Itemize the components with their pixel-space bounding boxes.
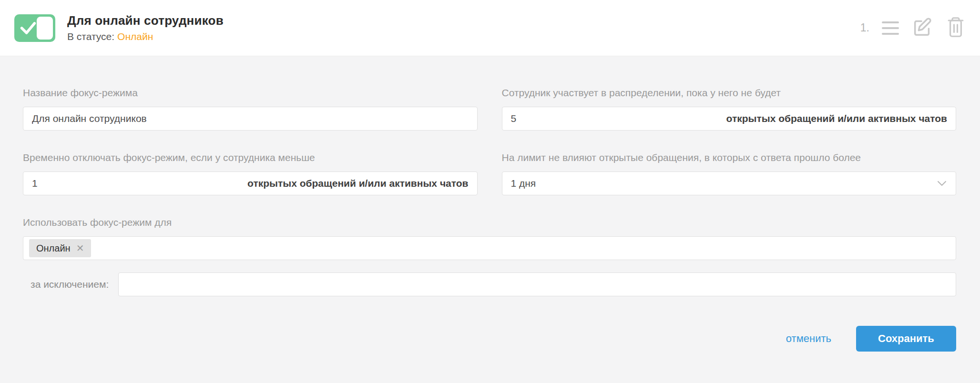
form-footer: отменить Сохранить [23,326,956,352]
save-button[interactable]: Сохранить [856,326,956,352]
disable-input[interactable] [32,178,89,189]
tag-remove-icon[interactable]: ✕ [76,243,84,253]
disable-input-wrapper: открытых обращений и/или активных чатов [23,171,478,195]
cancel-button[interactable]: отменить [786,333,831,345]
limit-input[interactable] [511,113,568,124]
status-line: В статусе:Онлайн [67,31,224,42]
limit-suffix: открытых обращений и/или активных чатов [726,113,947,124]
edit-icon [911,16,933,40]
menu-button[interactable] [882,21,899,35]
page-title: Для онлайн сотрудников [67,13,224,28]
name-field-group: Название фокус-режима [23,87,478,131]
apply-tag-input[interactable]: Онлайн ✕ [23,236,956,260]
tag-online: Онлайн ✕ [29,239,91,257]
toggle-knob [37,17,53,40]
exclude-field-group: за исключением: [23,272,956,296]
limit-field-label: Сотрудник участвует в распределении, пок… [502,87,957,99]
chevron-down-icon [937,178,947,189]
focus-mode-header: Для онлайн сотрудников В статусе:Онлайн … [0,0,980,56]
tag-label: Онлайн [36,243,71,254]
disable-suffix: открытых обращений и/или активных чатов [247,178,468,189]
exclude-field-label: за исключением: [31,279,109,290]
trash-icon [946,16,966,40]
status-value: Онлайн [117,31,153,42]
status-label: В статусе: [67,31,114,42]
age-field-label: На лимит не влияют открытые обращения, в… [502,151,957,164]
check-icon [19,20,38,38]
delete-button[interactable] [946,16,966,40]
age-select[interactable]: 1 дня [502,171,957,195]
apply-field-group: Использовать фокус-режим для Онлайн ✕ [23,216,956,260]
age-field-group: На лимит не влияют открытые обращения, в… [502,151,957,195]
menu-icon [882,21,899,35]
disable-field-group: Временно отключать фокус-режим, если у с… [23,151,478,195]
age-select-value: 1 дня [511,178,536,189]
exclude-input[interactable] [118,272,956,296]
edit-button[interactable] [911,16,933,40]
name-input[interactable] [23,107,478,131]
limit-input-wrapper: открытых обращений и/или активных чатов [502,107,957,131]
name-field-label: Название фокус-режима [23,87,478,99]
apply-field-label: Использовать фокус-режим для [23,216,956,229]
limit-field-group: Сотрудник участвует в распределении, пок… [502,87,957,131]
order-number: 1. [860,21,869,34]
enable-toggle[interactable] [14,14,55,42]
focus-mode-form: Название фокус-режима Сотрудник участвуе… [0,56,980,352]
disable-field-label: Временно отключать фокус-режим, если у с… [23,151,478,164]
